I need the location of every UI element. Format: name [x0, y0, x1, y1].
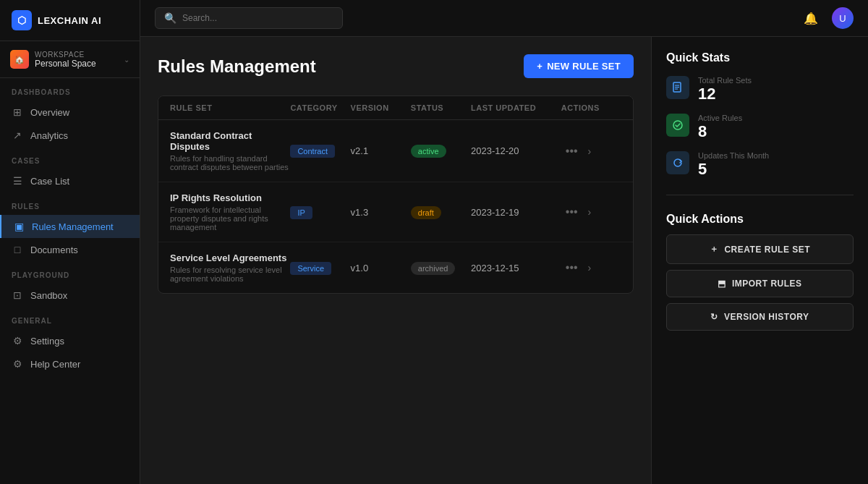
sidebar-section-rules: Rules	[0, 192, 140, 215]
row-expand-icon[interactable]: ›	[588, 206, 592, 218]
top-bar-icons: 🔔 U	[800, 7, 854, 29]
cell-status: draft	[411, 205, 471, 219]
more-actions-icon[interactable]: •••	[561, 143, 582, 159]
stat-updates-month: Updates This Month 5	[666, 151, 854, 177]
new-rule-set-button[interactable]: + NEW RULE SET	[524, 54, 634, 78]
table-row[interactable]: Standard Contract Disputes Rules for han…	[158, 120, 633, 182]
sidebar-item-label: Help Center	[30, 359, 80, 370]
workspace-label: Workspace	[35, 51, 96, 59]
notification-icon[interactable]: 🔔	[800, 7, 822, 29]
check-icon	[666, 114, 689, 137]
cell-ruleset: Service Level Agreements Rules for resol…	[170, 252, 290, 283]
logo-text: LEXCHAIN AI	[38, 15, 101, 26]
row-expand-icon[interactable]: ›	[588, 145, 592, 157]
top-bar: 🔍 🔔 U	[140, 0, 868, 37]
col-header-version: Version	[351, 103, 411, 112]
sidebar: ⬡ LEXCHAIN AI 🏠 Workspace Personal Space…	[0, 0, 140, 484]
status-badge: archived	[411, 262, 456, 275]
sidebar-item-label: Overview	[30, 107, 69, 118]
divider	[666, 195, 854, 195]
col-header-status: Status	[411, 103, 471, 112]
import-icon: ⬒	[718, 279, 726, 289]
category-badge: IP	[290, 206, 312, 219]
sidebar-item-documents[interactable]: □ Documents	[0, 238, 140, 261]
search-input[interactable]	[182, 13, 333, 23]
cell-version: v2.1	[351, 145, 411, 156]
sidebar-item-settings[interactable]: ⚙ Settings	[0, 329, 140, 352]
sidebar-item-analytics[interactable]: ↗ Analytics	[0, 124, 140, 147]
cell-actions: ••• ›	[561, 143, 621, 159]
create-rule-set-button[interactable]: ＋ CREATE RULE SET	[666, 234, 854, 264]
cell-date: 2023-12-19	[471, 207, 561, 218]
sidebar-item-label: Analytics	[30, 130, 68, 141]
col-header-actions: Actions	[561, 103, 621, 112]
right-panel: Quick Stats Total	[651, 37, 868, 484]
logo-icon: ⬡	[12, 10, 32, 30]
sidebar-item-rules-management[interactable]: ▣ Rules Management	[0, 215, 140, 238]
sidebar-item-label: Documents	[30, 245, 78, 255]
row-expand-icon[interactable]: ›	[588, 262, 592, 273]
cell-ruleset: IP Rights Resolution Framework for intel…	[170, 192, 290, 232]
sidebar-item-label: Sandbox	[30, 290, 67, 301]
quick-actions-section: Quick Actions ＋ CREATE RULE SET ⬒ IMPORT…	[666, 213, 854, 331]
cell-date: 2023-12-15	[471, 263, 561, 273]
page-title: Rules Management	[158, 56, 316, 77]
search-box[interactable]: 🔍	[155, 7, 343, 29]
document-icon: □	[12, 244, 23, 255]
stat-active-rules: Active Rules 8	[666, 114, 854, 140]
col-header-category: Category	[290, 103, 350, 112]
cell-ruleset: Standard Contract Disputes Rules for han…	[170, 130, 290, 171]
main-content: 🔍 🔔 U Rules Management + NEW RULE SET	[140, 0, 868, 484]
import-rules-button[interactable]: ⬒ IMPORT RULES	[666, 270, 854, 297]
sidebar-section-general: General	[0, 307, 140, 329]
stat-total-rule-sets: Total Rule Sets 12	[666, 76, 854, 102]
more-actions-icon[interactable]: •••	[561, 260, 582, 276]
sidebar-section-dashboards: Dashboards	[0, 78, 140, 101]
app-logo: ⬡ LEXCHAIN AI	[0, 0, 140, 41]
page-header: Rules Management + NEW RULE SET	[158, 54, 634, 78]
cell-actions: ••• ›	[561, 260, 621, 276]
more-actions-icon[interactable]: •••	[561, 204, 582, 220]
cell-status: archived	[411, 261, 471, 275]
table-row[interactable]: IP Rights Resolution Framework for intel…	[158, 182, 633, 242]
cell-date: 2023-12-20	[471, 145, 561, 156]
user-avatar[interactable]: U	[832, 7, 854, 29]
import-rules-label: IMPORT RULES	[732, 279, 802, 289]
workspace-selector[interactable]: 🏠 Workspace Personal Space ⌄	[0, 41, 140, 78]
workspace-avatar: 🏠	[10, 50, 29, 69]
content-area: Rules Management + NEW RULE SET Rule Set…	[140, 37, 868, 484]
search-icon: 🔍	[164, 12, 176, 24]
sidebar-item-label: Rules Management	[32, 221, 114, 232]
list-icon: ☰	[12, 175, 23, 187]
sidebar-item-case-list[interactable]: ☰ Case List	[0, 169, 140, 192]
table-row[interactable]: Service Level Agreements Rules for resol…	[158, 242, 633, 293]
chevron-down-icon: ⌄	[124, 56, 129, 64]
new-rule-btn-label: NEW RULE SET	[547, 61, 621, 72]
plus-icon: +	[537, 61, 542, 72]
sidebar-item-overview[interactable]: ⊞ Overview	[0, 101, 140, 124]
cell-category: IP	[290, 205, 350, 219]
col-header-ruleset: Rule Set	[170, 103, 290, 112]
category-badge: Contract	[290, 145, 335, 158]
stat-text: Total Rule Sets 12	[698, 76, 752, 102]
workspace-text: Workspace Personal Space	[35, 51, 96, 69]
sandbox-icon: ⊡	[12, 289, 23, 301]
gear-icon: ⚙	[12, 335, 23, 347]
sidebar-item-help-center[interactable]: ⚙ Help Center	[0, 352, 140, 375]
cell-version: v1.3	[351, 207, 411, 218]
home-icon: ⊞	[12, 106, 23, 118]
sidebar-item-label: Case List	[30, 176, 69, 187]
cell-status: active	[411, 144, 471, 158]
cell-category: Contract	[290, 144, 350, 158]
version-history-button[interactable]: ↻ VERSION HISTORY	[666, 303, 854, 331]
stats-grid: Total Rule Sets 12 Act	[666, 76, 854, 177]
docs-icon	[666, 76, 689, 99]
create-rule-set-label: CREATE RULE SET	[724, 245, 810, 255]
sidebar-item-sandbox[interactable]: ⊡ Sandbox	[0, 284, 140, 307]
quick-stats-title: Quick Stats	[666, 51, 854, 64]
rules-icon: ▣	[13, 221, 25, 232]
sidebar-section-cases: Cases	[0, 147, 140, 169]
quick-stats-section: Quick Stats Total	[666, 51, 854, 177]
quick-actions-title: Quick Actions	[666, 213, 854, 226]
refresh-icon	[666, 151, 689, 174]
